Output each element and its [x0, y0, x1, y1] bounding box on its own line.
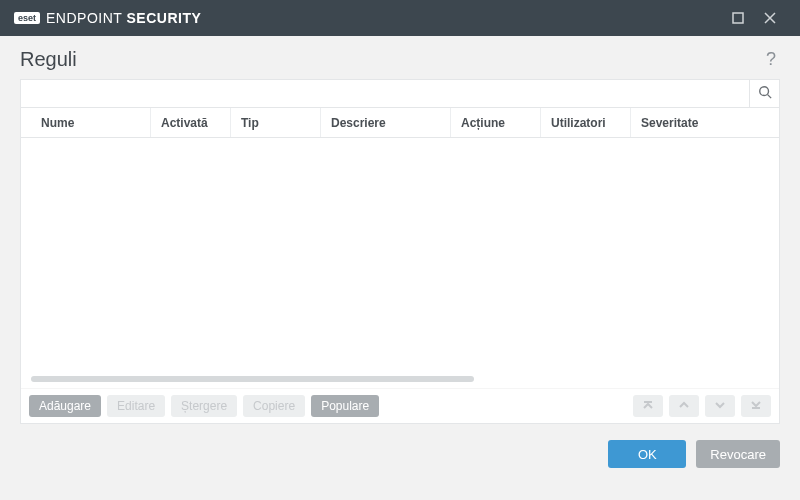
table-header: Nume Activată Tip Descriere Acțiune Util… [21, 108, 779, 138]
brand: eset ENDPOINT SECURITY [14, 10, 201, 26]
move-bottom-button [741, 395, 771, 417]
search-icon [758, 85, 772, 103]
brand-product: ENDPOINT SECURITY [46, 10, 201, 26]
col-utilizatori[interactable]: Utilizatori [541, 108, 631, 137]
chevron-down-icon [714, 399, 726, 414]
brand-product-light: ENDPOINT [46, 10, 126, 26]
help-icon[interactable]: ? [762, 49, 780, 70]
brand-product-bold: SECURITY [127, 10, 202, 26]
add-button[interactable]: Adăugare [29, 395, 101, 417]
move-down-button [705, 395, 735, 417]
page-header: Reguli ? [0, 36, 800, 79]
search-bar [21, 80, 779, 108]
table-body [21, 138, 779, 388]
svg-point-1 [759, 86, 768, 95]
svg-rect-0 [733, 13, 743, 23]
window-close-icon[interactable] [754, 0, 786, 36]
ok-button[interactable]: OK [608, 440, 686, 468]
populate-button[interactable]: Populare [311, 395, 379, 417]
delete-button: Ștergere [171, 395, 237, 417]
cancel-button[interactable]: Revocare [696, 440, 780, 468]
col-nume[interactable]: Nume [21, 108, 151, 137]
brand-logo: eset [14, 12, 40, 24]
search-input[interactable] [21, 80, 749, 107]
titlebar: eset ENDPOINT SECURITY [0, 0, 800, 36]
page-title: Reguli [20, 48, 77, 71]
rules-toolbar: Adăugare Editare Ștergere Copiere Popula… [21, 388, 779, 423]
col-actiune[interactable]: Acțiune [451, 108, 541, 137]
col-tip[interactable]: Tip [231, 108, 321, 137]
move-up-button [669, 395, 699, 417]
window-maximize-icon[interactable] [722, 0, 754, 36]
move-top-button [633, 395, 663, 417]
hscroll-thumb[interactable] [31, 376, 474, 382]
col-activata[interactable]: Activată [151, 108, 231, 137]
copy-button: Copiere [243, 395, 305, 417]
rules-panel: Nume Activată Tip Descriere Acțiune Util… [20, 79, 780, 424]
hscroll-track[interactable] [31, 376, 769, 382]
search-button[interactable] [749, 80, 779, 107]
col-descriere[interactable]: Descriere [321, 108, 451, 137]
edit-button: Editare [107, 395, 165, 417]
chevron-up-icon [678, 399, 690, 414]
chevron-double-down-icon [750, 399, 762, 414]
chevron-double-up-icon [642, 399, 654, 414]
col-severitate[interactable]: Severitate [631, 108, 779, 137]
dialog-footer: OK Revocare [0, 424, 800, 468]
